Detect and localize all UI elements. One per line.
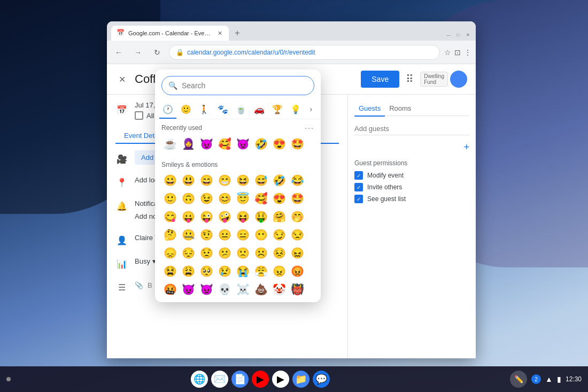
emoji-heart-eyes[interactable]: 😍 <box>270 135 288 152</box>
emoji-grinning-big[interactable]: 😃 <box>180 172 197 189</box>
forward-button[interactable]: → <box>130 45 145 60</box>
emoji-frowning[interactable]: ☹️ <box>252 244 269 262</box>
emoji-hugging[interactable]: 🤗 <box>270 208 288 225</box>
rooms-tab[interactable]: Rooms <box>385 101 415 116</box>
emoji-upside-down[interactable]: 🙃 <box>180 190 197 207</box>
emoji-confused[interactable]: 😕 <box>216 244 233 262</box>
emoji-beaming[interactable]: 😁 <box>216 172 233 189</box>
taskbar-gmail-icon[interactable]: ✉️ <box>211 371 228 388</box>
emoji-sob[interactable]: 😭 <box>234 263 251 280</box>
emoji-hand-mouth[interactable]: 🤭 <box>289 208 306 225</box>
emoji-squinting-tongue[interactable]: 😝 <box>234 208 251 225</box>
back-button[interactable]: ← <box>111 45 126 60</box>
more-icon[interactable]: ⋮ <box>464 48 471 57</box>
category-activities[interactable]: 🏆 <box>269 99 286 119</box>
emoji-tired[interactable]: 😫 <box>161 263 179 280</box>
emoji-slightly-smiling[interactable]: 🙂 <box>161 190 179 207</box>
taskbar-play-icon[interactable]: ▶ <box>272 371 289 388</box>
modify-event-checkbox[interactable]: ✓ <box>354 171 363 180</box>
emoji-smirk[interactable]: 😏 <box>270 226 288 243</box>
add-guest-button[interactable]: + <box>463 142 469 153</box>
emoji-starstruck2[interactable]: 🤩 <box>289 190 306 207</box>
close-button[interactable]: ✕ <box>464 31 471 39</box>
emoji-grinning[interactable]: 😀 <box>161 172 179 189</box>
category-smileys[interactable]: 🙂 <box>177 99 195 119</box>
category-food[interactable]: 🍵 <box>233 99 250 119</box>
emoji-persevering[interactable]: 😣 <box>270 244 288 262</box>
emoji-pensive[interactable]: 😔 <box>180 244 197 262</box>
emoji-neutral[interactable]: 😐 <box>216 226 233 243</box>
emoji-zany[interactable]: 🤪 <box>216 208 233 225</box>
tab-close-button[interactable]: ✕ <box>216 29 223 38</box>
emoji-starstruck[interactable]: 🤩 <box>289 135 306 152</box>
recently-used-more[interactable]: ··· <box>305 124 314 132</box>
emoji-winking[interactable]: 😉 <box>198 190 215 207</box>
maximize-button[interactable]: □ <box>454 31 462 39</box>
guests-tab[interactable]: Guests <box>354 101 385 117</box>
emoji-expressionless[interactable]: 😑 <box>234 226 251 243</box>
emoji-rofl[interactable]: 🤣 <box>252 135 269 152</box>
invite-others-checkbox[interactable]: ✓ <box>354 183 363 191</box>
emoji-search-box[interactable]: 🔍 <box>161 76 314 95</box>
emoji-sweat-smile[interactable]: 😅 <box>252 172 269 189</box>
emoji-grin[interactable]: 😄 <box>198 172 215 189</box>
emoji-rage[interactable]: 😡 <box>289 263 306 280</box>
active-tab[interactable]: 📅 Google.com - Calendar - Event e... ✕ <box>111 26 229 41</box>
emoji-raised-brow[interactable]: 🤨 <box>198 226 215 243</box>
emoji-angry-devil[interactable]: 😈 <box>234 135 251 152</box>
emoji-poo[interactable]: 💩 <box>252 281 269 298</box>
emoji-disappointed[interactable]: 😞 <box>161 244 179 262</box>
emoji-devil[interactable]: 😈 <box>198 135 215 152</box>
new-tab-button[interactable]: + <box>230 26 245 41</box>
emoji-steam-nose[interactable]: 😤 <box>252 263 269 280</box>
emoji-crossbones[interactable]: ☠️ <box>234 281 251 298</box>
launcher-button[interactable] <box>6 377 11 381</box>
add-guest-input[interactable] <box>354 122 469 135</box>
emoji-clown[interactable]: 🤡 <box>270 281 288 298</box>
emoji-cry[interactable]: 😢 <box>216 263 233 280</box>
emoji-heart-eyes2[interactable]: 😍 <box>270 190 288 207</box>
allday-checkbox[interactable] <box>135 111 143 120</box>
taskbar-google-icon[interactable]: 🌐 <box>191 371 208 388</box>
emoji-pleading[interactable]: 🥺 <box>198 263 215 280</box>
taskbar-files-icon[interactable]: 📁 <box>292 371 310 388</box>
emoji-smiling-hearts[interactable]: 🥰 <box>252 190 269 207</box>
minimize-button[interactable]: — <box>445 31 452 39</box>
emoji-ogre[interactable]: 👹 <box>289 281 306 298</box>
stylus-icon[interactable]: ✏️ <box>510 371 527 388</box>
emoji-laughing[interactable]: 😆 <box>234 172 251 189</box>
emoji-unamused[interactable]: 😒 <box>289 226 306 243</box>
emoji-woman-headscarf[interactable]: 🧕 <box>180 135 197 152</box>
category-recent[interactable]: 🕐 <box>159 99 176 119</box>
event-close-button[interactable]: ✕ <box>115 73 128 86</box>
see-guest-list-checkbox[interactable]: ✓ <box>354 195 363 203</box>
refresh-button[interactable]: ↻ <box>150 45 165 60</box>
bookmark-icon[interactable]: ☆ <box>444 48 451 57</box>
emoji-rofl2[interactable]: 🤣 <box>270 172 288 189</box>
category-travel[interactable]: 🚗 <box>251 99 268 119</box>
emoji-innocent[interactable]: 😇 <box>234 190 251 207</box>
category-animals[interactable]: 🐾 <box>214 99 231 119</box>
emoji-smiling-face[interactable]: 😊 <box>216 190 233 207</box>
emoji-no-mouth[interactable]: 😶 <box>252 226 269 243</box>
emoji-slightly-frown[interactable]: 🙁 <box>234 244 251 262</box>
cast-icon[interactable]: ⊡ <box>454 48 461 57</box>
emoji-skull[interactable]: 💀 <box>216 281 233 298</box>
emoji-coffee[interactable]: ☕ <box>161 135 179 152</box>
notification-badge[interactable]: 2 <box>531 374 541 384</box>
emoji-angry[interactable]: 😠 <box>270 263 288 280</box>
category-objects[interactable]: 💡 <box>287 99 304 119</box>
emoji-anguished2[interactable]: 😖 <box>289 244 306 262</box>
category-people[interactable]: 🚶 <box>196 99 213 119</box>
emoji-wink-tongue[interactable]: 😜 <box>198 208 215 225</box>
user-avatar[interactable] <box>450 71 467 88</box>
emoji-cursing[interactable]: 🤬 <box>161 281 179 298</box>
taskbar-docs-icon[interactable]: 📄 <box>231 371 249 388</box>
category-next-button[interactable]: › <box>305 101 316 118</box>
emoji-thinking[interactable]: 🤔 <box>161 226 179 243</box>
taskbar-messages-icon[interactable]: 💬 <box>313 371 330 388</box>
url-bar[interactable]: 🔒 calendar.google.com/calendar/u/0/r/eve… <box>169 45 440 60</box>
save-button[interactable]: Save <box>361 71 399 88</box>
emoji-money-mouth[interactable]: 🤑 <box>252 208 269 225</box>
taskbar-youtube-icon[interactable]: ▶ <box>252 371 269 388</box>
